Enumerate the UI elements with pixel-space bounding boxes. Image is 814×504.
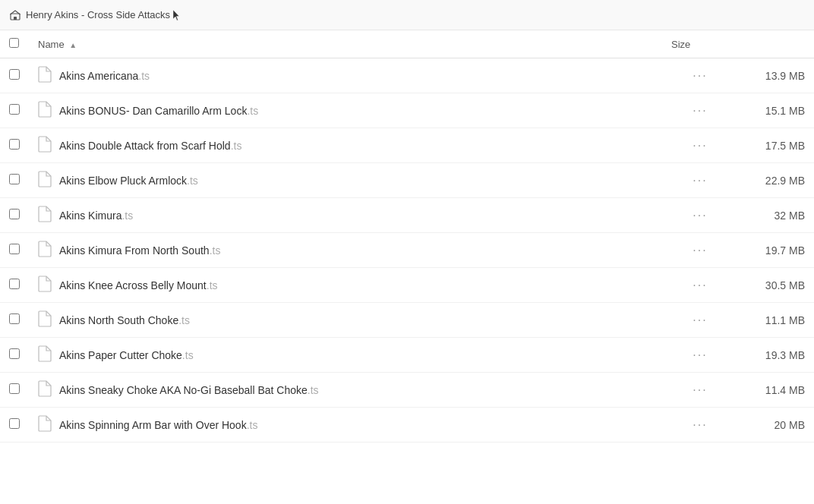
row-checkbox[interactable] [9,174,20,184]
file-name-ext: .ts [121,209,133,222]
more-options-button[interactable]: ··· [688,207,711,223]
file-name-ext: .ts [308,384,319,396]
file-name-base: Akins Spinning Arm Bar with Over Hook [59,419,247,431]
row-size-cell: 19.3 MB [738,338,814,373]
file-name-ext: .ts [210,244,221,257]
select-all-checkbox[interactable] [9,38,19,48]
svg-rect-1 [14,17,17,20]
row-checkbox-cell[interactable] [0,128,29,163]
file-name-base: Akins Knee Across Belly Mount [59,279,207,291]
row-checkbox-cell[interactable] [0,233,29,268]
row-checkbox[interactable] [9,313,20,324]
row-actions-cell[interactable]: ··· [662,338,738,373]
more-options-button[interactable]: ··· [688,417,711,433]
row-size-cell: 17.5 MB [738,128,814,163]
row-actions-cell[interactable]: ··· [662,268,738,303]
breadcrumb-title: Henry Akins - Cross Side Attacks [26,9,170,20]
row-checkbox-cell[interactable] [0,163,29,198]
row-name-cell: Akins Sneaky Choke AKA No-Gi Baseball Ba… [29,373,662,408]
table-row: Akins Kimura.ts···32 MB [0,198,814,233]
file-name-base: Akins BONUS- Dan Camarillo Arm Lock [59,105,247,117]
file-name-base: Akins North South Choke [59,314,178,326]
row-name-cell: Akins Knee Across Belly Mount.ts [29,268,662,303]
file-name-base: Akins Kimura From North South [59,244,210,257]
row-checkbox[interactable] [9,383,20,394]
row-actions-cell[interactable]: ··· [662,373,738,408]
file-name-base: Akins Sneaky Choke AKA No-Gi Baseball Ba… [59,384,308,396]
more-options-button[interactable]: ··· [688,102,711,118]
more-options-button[interactable]: ··· [688,312,711,328]
file-icon [38,143,52,155]
row-checkbox[interactable] [9,279,20,289]
row-checkbox[interactable] [9,209,20,219]
more-options-button[interactable]: ··· [688,137,711,153]
row-checkbox-cell[interactable] [0,93,29,128]
more-options-button[interactable]: ··· [688,382,711,398]
row-actions-cell[interactable]: ··· [662,198,738,233]
file-name: Akins Sneaky Choke AKA No-Gi Baseball Ba… [59,384,319,396]
row-checkbox-cell[interactable] [0,408,29,443]
file-name-ext: .ts [247,105,258,117]
sort-indicator: ▲ [69,41,77,49]
row-checkbox-cell[interactable] [0,268,29,303]
row-actions-cell[interactable]: ··· [662,58,738,93]
more-options-button[interactable]: ··· [688,277,711,293]
row-actions-cell[interactable]: ··· [662,233,738,268]
row-checkbox-cell[interactable] [0,338,29,373]
table-header-row: Name ▲ Size [0,30,814,58]
more-options-button[interactable]: ··· [688,242,711,258]
row-checkbox-cell[interactable] [0,198,29,233]
file-icon [38,73,52,85]
row-actions-cell[interactable]: ··· [662,93,738,128]
row-name-cell: Akins Kimura.ts [29,198,662,233]
row-actions-cell[interactable]: ··· [662,128,738,163]
file-table: Name ▲ Size Akins Americana.ts···13.9 MB… [0,30,814,443]
breadcrumb-bar: Henry Akins - Cross Side Attacks [0,0,814,30]
row-checkbox[interactable] [9,244,20,254]
row-checkbox[interactable] [9,69,20,80]
row-name-cell: Akins North South Choke.ts [29,303,662,338]
file-name-base: Akins Double Attack from Scarf Hold [59,140,231,152]
select-all-checkbox-header[interactable] [0,30,29,58]
row-size-cell: 20 MB [738,408,814,443]
file-name-ext: .ts [247,419,258,431]
more-options-button[interactable]: ··· [688,347,711,363]
file-icon [38,317,52,329]
table-row: Akins Americana.ts···13.9 MB [0,58,814,93]
row-checkbox[interactable] [9,104,20,115]
table-row: Akins Sneaky Choke AKA No-Gi Baseball Ba… [0,373,814,408]
col-header-size[interactable]: Size [662,30,738,58]
row-actions-cell[interactable]: ··· [662,303,738,338]
file-name: Akins Spinning Arm Bar with Over Hook.ts [59,419,257,431]
col-size-label: Size [671,39,690,50]
row-size-cell: 11.1 MB [738,303,814,338]
col-name-label: Name [38,39,65,50]
row-checkbox[interactable] [9,348,20,359]
table-row: Akins Elbow Pluck Armlock.ts···22.9 MB [0,163,814,198]
file-name: Akins Paper Cutter Choke.ts [59,349,194,361]
more-options-button[interactable]: ··· [688,172,711,188]
file-icon [38,108,52,120]
row-actions-cell[interactable]: ··· [662,163,738,198]
row-checkbox-cell[interactable] [0,58,29,93]
row-size-cell: 19.7 MB [738,233,814,268]
row-checkbox-cell[interactable] [0,373,29,408]
file-icon [38,213,52,225]
col-header-name[interactable]: Name ▲ [29,30,662,58]
file-name: Akins BONUS- Dan Camarillo Arm Lock.ts [59,105,258,117]
file-icon [38,282,52,295]
file-icon [38,247,52,260]
more-options-button[interactable]: ··· [688,68,711,83]
row-checkbox[interactable] [9,139,20,150]
row-size-cell: 13.9 MB [738,58,814,93]
file-name-ext: .ts [207,279,218,291]
file-icon [38,422,52,434]
row-checkbox-cell[interactable] [0,303,29,338]
row-checkbox[interactable] [9,418,20,429]
row-size-cell: 15.1 MB [738,93,814,128]
row-name-cell: Akins BONUS- Dan Camarillo Arm Lock.ts [29,93,662,128]
file-name-ext: .ts [231,140,242,152]
row-actions-cell[interactable]: ··· [662,408,738,443]
file-name-base: Akins Americana [59,70,138,82]
file-icon [38,387,52,399]
